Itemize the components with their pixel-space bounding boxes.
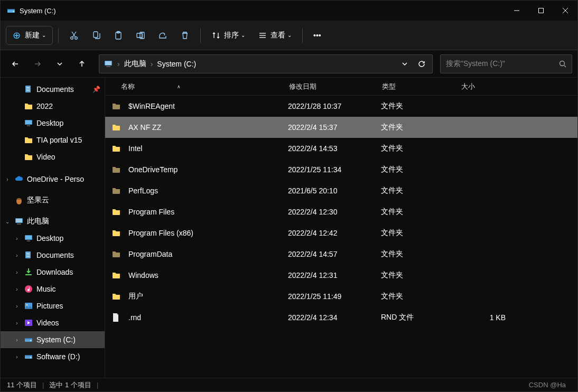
col-size[interactable]: 大小 [461,82,509,91]
file-size: 1 KB [461,313,506,322]
file-type: 文件夹 [381,292,461,301]
file-name: .rnd [124,313,288,322]
file-row[interactable]: 用户2022/1/25 11:49文件夹 [105,286,577,307]
sidebar-quick-2022[interactable]: 2022 [1,98,105,115]
sidebar-thispc-videos[interactable]: ›Videos [1,314,105,331]
sidebar-thispc-pictures[interactable]: ›Pictures [1,297,105,314]
copy-button[interactable] [86,26,106,45]
delete-button[interactable] [175,26,195,45]
refresh-button[interactable] [415,58,428,70]
col-name[interactable]: 名称∧ [121,82,289,91]
cut-button[interactable] [64,26,84,45]
file-date: 2022/1/25 11:49 [288,292,381,301]
sidebar-item-label: Pictures [36,302,105,310]
file-row[interactable]: ProgramData2022/2/4 14:57文件夹 [105,244,577,265]
pictures-icon [24,301,33,311]
chevron-right-icon[interactable]: › [13,236,21,241]
chevron-right-icon[interactable]: › [13,303,21,309]
chevron-right-icon[interactable]: › [13,337,21,343]
chevron-right-icon[interactable]: › [13,269,21,275]
chevron-right-icon[interactable]: › [13,354,21,360]
col-date[interactable]: 修改日期 [289,82,382,91]
paste-button[interactable] [108,26,128,45]
maximize-button[interactable] [529,1,553,21]
rename-button[interactable] [130,26,151,45]
close-button[interactable] [553,1,577,21]
sidebar-thispc-systemc[interactable]: ›System (C:) [1,331,105,348]
sidebar-thispc-desktop[interactable]: ›Desktop [1,230,105,247]
file-date: 2022/2/4 12:30 [288,208,381,216]
chevron-right-icon[interactable]: › [13,320,21,326]
file-type: 文件夹 [381,207,461,217]
recent-button[interactable] [50,54,69,73]
address-bar[interactable]: › 此电脑 › System (C:) [99,54,433,73]
svg-rect-40 [26,253,30,254]
folder-icon [111,144,124,153]
chevron-right-icon[interactable]: › [13,286,21,292]
sidebar-jianguo[interactable]: 坚果云 [1,192,105,209]
sidebar-quick-documents[interactable]: Documents📌 [1,81,105,98]
file-row[interactable]: $WinREAgent2022/1/28 10:37文件夹 [105,96,577,117]
sidebar-onedrive[interactable]: ›OneDrive - Perso [1,171,105,188]
file-name: PerfLogs [124,186,288,195]
file-row[interactable]: Program Files (x86)2022/2/4 12:42文件夹 [105,222,577,244]
file-row[interactable]: AX NF ZZ2022/2/4 15:37文件夹 [105,117,577,138]
file-name: 用户 [124,292,288,301]
file-list: 名称∧ 修改日期 类型 大小 $WinREAgent2022/1/28 10:3… [105,78,577,378]
svg-rect-1 [7,9,15,10]
sort-button[interactable]: 排序 ⌄ [206,26,250,45]
up-button[interactable] [72,54,91,73]
chevron-right-icon[interactable]: › [13,253,21,258]
col-type[interactable]: 类型 [382,82,461,91]
sidebar-thispc-downloads[interactable]: ›Downloads [1,264,105,281]
back-button[interactable] [6,54,25,73]
sidebar-thispc-softwared[interactable]: ›Software (D:) [1,348,105,365]
sidebar-quick-tia portal v15[interactable]: TIA portal v15 [1,132,105,148]
file-icon [111,313,124,322]
breadcrumb[interactable]: 此电脑 [124,59,146,69]
svg-rect-26 [26,87,30,88]
item-count: 11 个项目 [7,380,37,390]
svg-rect-41 [26,255,30,255]
file-name: AX NF ZZ [124,123,288,132]
svg-rect-30 [25,120,32,124]
view-button[interactable]: 查看 ⌄ [253,26,297,45]
window-title: System (C:) [20,7,505,15]
chevron-down-icon[interactable] [398,58,411,70]
svg-rect-52 [25,355,32,356]
svg-rect-11 [94,32,98,38]
share-button[interactable] [153,26,173,45]
chevron-down-icon: ⌄ [241,32,245,38]
sidebar-thispc[interactable]: ⌄此电脑 [1,213,105,230]
file-row[interactable]: PerfLogs2021/6/5 20:10文件夹 [105,180,577,201]
chevron-down-icon[interactable]: ⌄ [4,219,11,225]
separator [58,28,59,43]
sidebar-quick-video[interactable]: Video [1,148,105,165]
folder-icon [24,101,33,111]
new-button[interactable]: ⊕ 新建 ⌄ [6,26,53,45]
minimize-button[interactable] [505,1,529,21]
svg-rect-35 [17,223,21,225]
chevron-right-icon[interactable]: › [4,176,11,182]
sidebar-item-label: Documents [36,251,105,259]
file-row[interactable]: OneDriveTemp2022/1/25 11:34文件夹 [105,159,577,180]
file-name: Windows [124,271,288,279]
folder-icon [111,123,124,132]
file-row[interactable]: Intel2022/2/4 14:53文件夹 [105,138,577,159]
forward-button[interactable] [28,54,47,73]
file-type: 文件夹 [381,270,461,280]
breadcrumb[interactable]: System (C:) [157,60,196,68]
file-name: ProgramData [124,250,288,258]
sidebar-thispc-music[interactable]: ›Music [1,281,105,297]
file-row[interactable]: Windows2022/2/4 12:31文件夹 [105,265,577,286]
search-input[interactable]: 搜索"System (C:)" [440,54,572,73]
file-row[interactable]: .rnd2022/2/4 12:34RND 文件1 KB [105,307,577,328]
desktop-icon [24,234,33,243]
view-label: 查看 [271,31,285,40]
file-date: 2022/2/4 14:57 [288,250,381,258]
sidebar-quick-desktop[interactable]: Desktop [1,115,105,132]
sidebar-thispc-documents[interactable]: ›Documents [1,247,105,264]
more-button[interactable]: ••• [308,26,327,45]
svg-point-53 [30,357,31,358]
file-row[interactable]: Program Files2022/2/4 12:30文件夹 [105,201,577,222]
